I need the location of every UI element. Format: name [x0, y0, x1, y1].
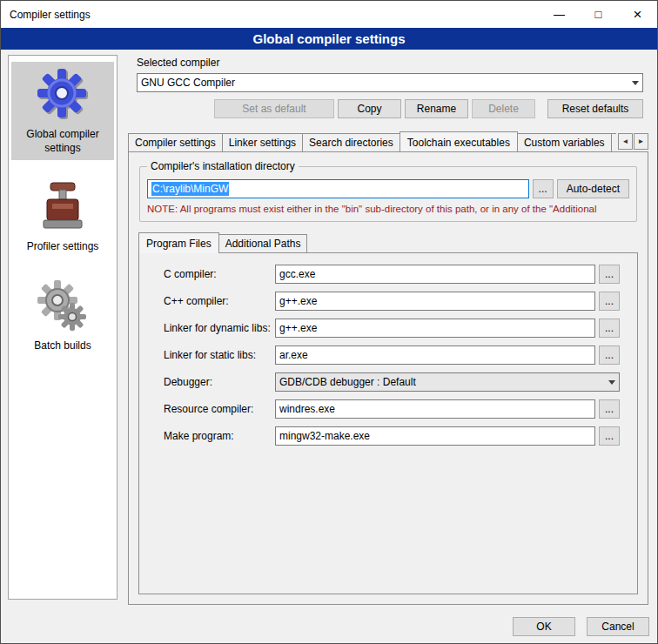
chevron-down-icon: [632, 81, 639, 85]
installation-note: NOTE: All programs must exist either in …: [147, 204, 629, 214]
reset-defaults-button[interactable]: Reset defaults: [547, 99, 643, 118]
field-row-debugger: Debugger: GDB/CDB debugger : Default: [164, 372, 620, 392]
c-compiler-value: gcc.exe: [279, 268, 315, 280]
selected-compiler-label: Selected compiler: [137, 57, 643, 69]
gray-gears-icon: [35, 278, 91, 333]
resource-compiler-input[interactable]: windres.exe: [275, 399, 595, 419]
main-panel: Selected compiler GNU GCC Compiler Set a…: [125, 55, 650, 605]
field-row-c-compiler: C compiler: gcc.exe ...: [164, 265, 620, 284]
dialog-footer: OK Cancel: [1, 610, 657, 643]
cpp-compiler-input[interactable]: g++.exe: [275, 292, 595, 311]
static-linker-input[interactable]: ar.exe: [275, 345, 595, 365]
tabs-scroll-region: Compiler settings Linker settings Search…: [128, 131, 616, 151]
installation-directory-row: C:\raylib\MinGW ... Auto-detect: [147, 179, 629, 198]
chevron-down-icon: [608, 380, 615, 385]
delete-button[interactable]: Delete: [472, 99, 535, 118]
static-linker-label: Linker for static libs:: [164, 349, 275, 361]
tab-custom-variables[interactable]: Custom variables: [517, 133, 612, 151]
page-title: Global compiler settings: [1, 28, 657, 50]
sidebar-item-label: Global compiler settings: [13, 128, 112, 155]
resource-compiler-browse-button[interactable]: ...: [599, 399, 620, 419]
make-program-browse-button[interactable]: ...: [599, 426, 620, 446]
installation-directory-group: Compiler's installation directory C:\ray…: [139, 166, 637, 222]
copy-button[interactable]: Copy: [338, 99, 401, 118]
sidebar-item-label: Profiler settings: [27, 240, 99, 254]
tab-build-options[interactable]: Buil: [611, 133, 616, 151]
tab-scroll-right-icon[interactable]: ►: [634, 133, 648, 150]
cancel-button[interactable]: Cancel: [587, 617, 649, 636]
toolchain-executables-page: Compiler's installation directory C:\ray…: [128, 151, 648, 605]
field-row-resource-compiler: Resource compiler: windres.exe ...: [164, 399, 620, 419]
resource-compiler-label: Resource compiler:: [164, 403, 275, 415]
compiler-settings-dialog: Compiler settings — □ × Global compiler …: [0, 0, 658, 644]
tab-compiler-settings[interactable]: Compiler settings: [128, 133, 223, 151]
compiler-actions-row: Set as default Copy Rename Delete Reset …: [137, 99, 643, 118]
debugger-label: Debugger:: [164, 376, 275, 388]
subtab-additional-paths[interactable]: Additional Paths: [218, 234, 308, 252]
debugger-dropdown[interactable]: GDB/CDB debugger : Default: [275, 372, 620, 392]
field-row-cpp-compiler: C++ compiler: g++.exe ...: [164, 292, 620, 311]
cpp-compiler-browse-button[interactable]: ...: [599, 292, 620, 311]
selected-compiler-dropdown[interactable]: GNU GCC Compiler: [137, 73, 643, 92]
field-row-static-linker: Linker for static libs: ar.exe ...: [164, 345, 620, 365]
profiler-tool-icon: [35, 178, 91, 234]
set-as-default-button[interactable]: Set as default: [214, 99, 334, 118]
blue-gear-icon: [35, 66, 91, 122]
resource-compiler-value: windres.exe: [279, 403, 335, 415]
close-button[interactable]: ×: [618, 1, 657, 28]
field-row-dynamic-linker: Linker for dynamic libs: g++.exe ...: [164, 319, 620, 338]
program-files-page: C compiler: gcc.exe ... C++ compiler: g+…: [138, 252, 638, 594]
subtab-program-files[interactable]: Program Files: [138, 232, 219, 253]
executables-subtabstrip: Program Files Additional Paths: [138, 232, 639, 252]
settings-tabstrip: Compiler settings Linker settings Search…: [128, 130, 648, 151]
installation-directory-browse-button[interactable]: ...: [533, 179, 554, 198]
c-compiler-input[interactable]: gcc.exe: [275, 265, 595, 284]
debugger-value: GDB/CDB debugger : Default: [279, 376, 603, 388]
tab-scroll-left-icon[interactable]: ◄: [618, 133, 633, 150]
maximize-button[interactable]: □: [579, 1, 618, 28]
sidebar-item-label: Batch builds: [34, 339, 91, 353]
sidebar-item-batch-builds[interactable]: Batch builds: [11, 273, 114, 359]
static-linker-browse-button[interactable]: ...: [599, 345, 620, 365]
c-compiler-label: C compiler:: [164, 268, 275, 280]
auto-detect-button[interactable]: Auto-detect: [557, 179, 629, 198]
make-program-input[interactable]: mingw32-make.exe: [275, 426, 595, 446]
dynamic-linker-label: Linker for dynamic libs:: [164, 322, 275, 334]
dynamic-linker-input[interactable]: g++.exe: [275, 319, 595, 338]
dynamic-linker-browse-button[interactable]: ...: [599, 319, 620, 338]
c-compiler-browse-button[interactable]: ...: [599, 265, 620, 284]
make-program-label: Make program:: [164, 430, 275, 442]
rename-button[interactable]: Rename: [405, 99, 468, 118]
dynamic-linker-value: g++.exe: [279, 322, 317, 334]
sidebar-item-profiler-settings[interactable]: Profiler settings: [11, 174, 114, 259]
installation-directory-legend: Compiler's installation directory: [147, 160, 299, 172]
dialog-content: Global compiler settings Profiler settin…: [1, 50, 657, 610]
settings-category-sidebar: Global compiler settings Profiler settin…: [8, 55, 118, 600]
tab-toolchain-executables[interactable]: Toolchain executables: [400, 131, 518, 151]
make-program-value: mingw32-make.exe: [279, 430, 370, 442]
ok-button[interactable]: OK: [513, 617, 575, 636]
selected-compiler-value: GNU GCC Compiler: [141, 77, 627, 89]
cpp-compiler-value: g++.exe: [279, 295, 317, 307]
static-linker-value: ar.exe: [279, 349, 308, 361]
field-row-make-program: Make program: mingw32-make.exe ...: [164, 426, 620, 446]
sidebar-item-global-compiler-settings[interactable]: Global compiler settings: [11, 62, 114, 160]
installation-directory-value: C:\raylib\MinGW: [151, 182, 229, 196]
tab-linker-settings[interactable]: Linker settings: [222, 133, 303, 151]
window-title: Compiler settings: [1, 9, 540, 21]
cpp-compiler-label: C++ compiler:: [164, 295, 275, 307]
title-bar[interactable]: Compiler settings — □ ×: [1, 1, 657, 28]
tab-scroll-buttons: ◄ ►: [618, 133, 648, 150]
minimize-button[interactable]: —: [540, 1, 579, 28]
tab-search-directories[interactable]: Search directories: [302, 133, 400, 151]
installation-directory-input[interactable]: C:\raylib\MinGW: [147, 179, 529, 198]
